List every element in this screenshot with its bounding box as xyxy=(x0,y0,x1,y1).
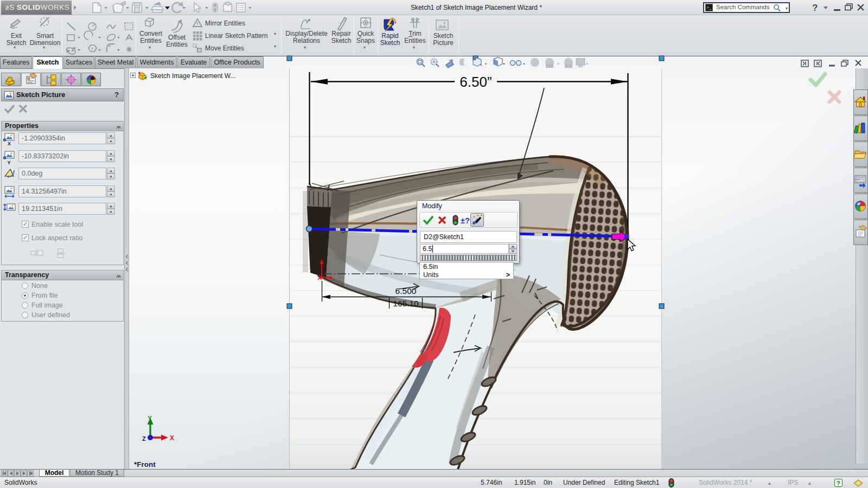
svg-text:X: X xyxy=(170,434,174,442)
svg-text:6.50”: 6.50” xyxy=(459,74,492,90)
svg-text:?: ? xyxy=(837,480,840,486)
svg-text:Y: Y xyxy=(148,415,152,422)
svg-text:Z: Z xyxy=(142,435,146,442)
svg-text:?: ? xyxy=(812,3,818,13)
svg-text:X: X xyxy=(8,141,11,146)
svg-text:±?: ±? xyxy=(461,216,470,225)
svg-text:*Front: *Front xyxy=(134,460,156,468)
svg-text:165.10: 165.10 xyxy=(393,299,419,308)
svg-text:Y: Y xyxy=(8,160,11,165)
svg-text:6.500: 6.500 xyxy=(395,286,417,296)
